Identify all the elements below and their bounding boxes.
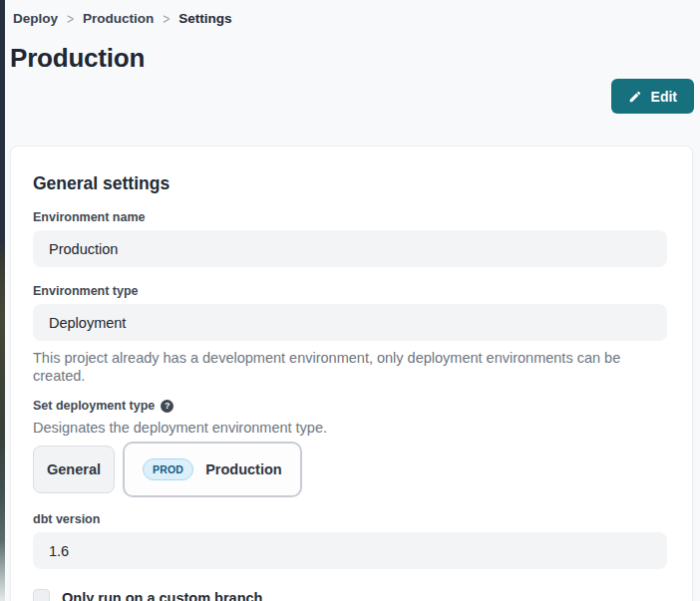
dbt-version-input[interactable] xyxy=(33,532,667,569)
breadcrumb-production[interactable]: Production xyxy=(83,11,154,26)
custom-branch-row: Only run on a custom branch xyxy=(33,589,667,601)
breadcrumb: Deploy > Production > Settings xyxy=(5,0,700,26)
deployment-type-option-production[interactable]: PROD Production xyxy=(123,442,302,497)
deployment-type-label-text: Set deployment type xyxy=(33,399,155,414)
deployment-type-description: Designates the deployment environment ty… xyxy=(33,419,667,437)
environment-type-input[interactable] xyxy=(33,304,667,341)
environment-type-helper: This project already has a development e… xyxy=(33,349,667,385)
chevron-right-icon: > xyxy=(67,10,74,26)
edit-button-label: Edit xyxy=(651,89,677,105)
edit-button[interactable]: Edit xyxy=(611,79,694,114)
chevron-right-icon: > xyxy=(163,10,170,26)
breadcrumb-deploy[interactable]: Deploy xyxy=(13,11,58,26)
general-settings-card: General settings Environment name Enviro… xyxy=(10,146,693,601)
page-title: Production xyxy=(10,41,700,75)
custom-branch-label: Only run on a custom branch xyxy=(62,590,262,601)
deployment-type-label: Set deployment type ? xyxy=(33,399,667,414)
pencil-icon xyxy=(628,90,642,104)
option-production-label: Production xyxy=(205,461,282,477)
deployment-type-option-general[interactable]: General xyxy=(33,446,115,493)
main-content: Deploy > Production > Settings Productio… xyxy=(5,0,700,601)
question-circle-icon[interactable]: ? xyxy=(161,400,174,413)
breadcrumb-settings: Settings xyxy=(178,11,231,26)
dbt-version-label: dbt version xyxy=(33,512,667,527)
environment-name-label: Environment name xyxy=(33,210,667,225)
environment-name-input[interactable] xyxy=(33,230,667,267)
option-general-label: General xyxy=(47,461,101,477)
actions-row: Edit xyxy=(5,79,694,114)
custom-branch-checkbox[interactable] xyxy=(33,589,50,601)
environment-type-label: Environment type xyxy=(33,284,667,299)
prod-badge: PROD xyxy=(143,458,193,480)
section-heading: General settings xyxy=(33,173,667,193)
deployment-type-toggle-group: General PROD Production xyxy=(33,442,667,497)
